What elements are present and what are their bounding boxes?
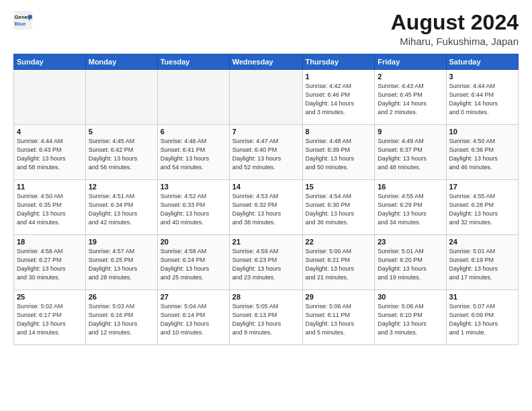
day-info: Sunrise: 4:58 AMSunset: 6:24 PMDaylight:… xyxy=(161,247,226,282)
calendar-table: Sunday Monday Tuesday Wednesday Thursday… xyxy=(13,54,519,345)
day-info: Sunrise: 5:06 AMSunset: 6:11 PMDaylight:… xyxy=(306,302,372,337)
day-number: 29 xyxy=(306,293,372,301)
table-row: 20Sunrise: 4:58 AMSunset: 6:24 PMDayligh… xyxy=(157,235,229,290)
day-number: 18 xyxy=(17,238,83,246)
table-row: 3Sunrise: 4:44 AMSunset: 6:44 PMDaylight… xyxy=(446,70,518,125)
header-monday: Monday xyxy=(85,54,157,70)
day-number: 1 xyxy=(306,73,372,81)
header-wednesday: Wednesday xyxy=(229,54,302,70)
day-info: Sunrise: 5:03 AMSunset: 6:16 PMDaylight:… xyxy=(89,302,154,337)
day-info: Sunrise: 4:57 AMSunset: 6:25 PMDaylight:… xyxy=(89,247,154,282)
day-info: Sunrise: 4:47 AMSunset: 6:40 PMDaylight:… xyxy=(232,137,300,172)
day-number: 15 xyxy=(306,183,372,191)
table-row xyxy=(157,70,229,125)
calendar-header-row: Sunday Monday Tuesday Wednesday Thursday… xyxy=(14,54,519,70)
day-info: Sunrise: 4:50 AMSunset: 6:35 PMDaylight:… xyxy=(17,192,83,227)
table-row: 1Sunrise: 4:42 AMSunset: 6:46 PMDaylight… xyxy=(302,70,375,125)
table-row: 28Sunrise: 5:05 AMSunset: 6:13 PMDayligh… xyxy=(229,290,302,345)
day-number: 6 xyxy=(161,128,226,136)
day-info: Sunrise: 4:53 AMSunset: 6:32 PMDaylight:… xyxy=(232,192,300,227)
day-number: 31 xyxy=(449,293,515,301)
day-number: 26 xyxy=(89,293,154,301)
table-row: 26Sunrise: 5:03 AMSunset: 6:16 PMDayligh… xyxy=(85,290,157,345)
day-info: Sunrise: 5:01 AMSunset: 6:19 PMDaylight:… xyxy=(449,247,515,282)
table-row: 4Sunrise: 4:44 AMSunset: 6:43 PMDaylight… xyxy=(14,125,86,180)
logo: General Blue xyxy=(13,11,32,30)
day-info: Sunrise: 4:59 AMSunset: 6:23 PMDaylight:… xyxy=(232,247,300,282)
table-row: 16Sunrise: 4:55 AMSunset: 6:29 PMDayligh… xyxy=(375,180,446,235)
day-info: Sunrise: 4:56 AMSunset: 6:27 PMDaylight:… xyxy=(17,247,83,282)
day-number: 21 xyxy=(232,238,300,246)
day-number: 27 xyxy=(161,293,226,301)
day-info: Sunrise: 5:05 AMSunset: 6:13 PMDaylight:… xyxy=(232,302,300,337)
table-row: 22Sunrise: 5:00 AMSunset: 6:21 PMDayligh… xyxy=(302,235,375,290)
table-row: 12Sunrise: 4:51 AMSunset: 6:34 PMDayligh… xyxy=(85,180,157,235)
week-row-3: 11Sunrise: 4:50 AMSunset: 6:35 PMDayligh… xyxy=(14,180,519,235)
table-row: 31Sunrise: 5:07 AMSunset: 6:09 PMDayligh… xyxy=(446,290,518,345)
day-info: Sunrise: 4:50 AMSunset: 6:36 PMDaylight:… xyxy=(449,137,515,172)
day-number: 20 xyxy=(161,238,226,246)
day-number: 10 xyxy=(449,128,515,136)
day-number: 25 xyxy=(17,293,83,301)
table-row xyxy=(229,70,302,125)
table-row xyxy=(85,70,157,125)
day-info: Sunrise: 4:52 AMSunset: 6:33 PMDaylight:… xyxy=(161,192,226,227)
day-info: Sunrise: 4:49 AMSunset: 6:37 PMDaylight:… xyxy=(378,137,443,172)
table-row: 24Sunrise: 5:01 AMSunset: 6:19 PMDayligh… xyxy=(446,235,518,290)
day-number: 11 xyxy=(17,183,83,191)
day-info: Sunrise: 5:00 AMSunset: 6:21 PMDaylight:… xyxy=(306,247,372,282)
table-row: 15Sunrise: 4:54 AMSunset: 6:30 PMDayligh… xyxy=(302,180,375,235)
day-number: 28 xyxy=(232,293,300,301)
table-row: 13Sunrise: 4:52 AMSunset: 6:33 PMDayligh… xyxy=(157,180,229,235)
day-info: Sunrise: 4:45 AMSunset: 6:42 PMDaylight:… xyxy=(89,137,154,172)
table-row: 14Sunrise: 4:53 AMSunset: 6:32 PMDayligh… xyxy=(229,180,302,235)
title-block: August 2024 Miharu, Fukushima, Japan xyxy=(391,11,519,47)
day-info: Sunrise: 4:55 AMSunset: 6:28 PMDaylight:… xyxy=(449,192,515,227)
day-info: Sunrise: 4:46 AMSunset: 6:41 PMDaylight:… xyxy=(161,137,226,172)
table-row: 11Sunrise: 4:50 AMSunset: 6:35 PMDayligh… xyxy=(14,180,86,235)
table-row: 2Sunrise: 4:43 AMSunset: 6:45 PMDaylight… xyxy=(375,70,446,125)
main-title: August 2024 xyxy=(391,11,519,34)
svg-text:Blue: Blue xyxy=(15,21,27,27)
table-row xyxy=(14,70,86,125)
table-row: 19Sunrise: 4:57 AMSunset: 6:25 PMDayligh… xyxy=(85,235,157,290)
day-number: 4 xyxy=(17,128,83,136)
week-row-5: 25Sunrise: 5:02 AMSunset: 6:17 PMDayligh… xyxy=(14,290,519,345)
day-info: Sunrise: 5:04 AMSunset: 6:14 PMDaylight:… xyxy=(161,302,226,337)
day-info: Sunrise: 4:55 AMSunset: 6:29 PMDaylight:… xyxy=(378,192,443,227)
day-number: 16 xyxy=(378,183,443,191)
header-saturday: Saturday xyxy=(446,54,518,70)
day-info: Sunrise: 4:43 AMSunset: 6:45 PMDaylight:… xyxy=(378,82,443,117)
day-number: 12 xyxy=(89,183,154,191)
header-sunday: Sunday xyxy=(14,54,86,70)
day-number: 14 xyxy=(232,183,300,191)
table-row: 25Sunrise: 5:02 AMSunset: 6:17 PMDayligh… xyxy=(14,290,86,345)
table-row: 8Sunrise: 4:48 AMSunset: 6:39 PMDaylight… xyxy=(302,125,375,180)
day-info: Sunrise: 4:44 AMSunset: 6:44 PMDaylight:… xyxy=(449,82,515,117)
subtitle: Miharu, Fukushima, Japan xyxy=(391,36,519,47)
day-number: 17 xyxy=(449,183,515,191)
day-number: 8 xyxy=(306,128,372,136)
day-info: Sunrise: 4:51 AMSunset: 6:34 PMDaylight:… xyxy=(89,192,154,227)
day-number: 23 xyxy=(378,238,443,246)
day-info: Sunrise: 5:02 AMSunset: 6:17 PMDaylight:… xyxy=(17,302,83,337)
day-number: 5 xyxy=(89,128,154,136)
table-row: 10Sunrise: 4:50 AMSunset: 6:36 PMDayligh… xyxy=(446,125,518,180)
header-thursday: Thursday xyxy=(302,54,375,70)
week-row-2: 4Sunrise: 4:44 AMSunset: 6:43 PMDaylight… xyxy=(14,125,519,180)
week-row-1: 1Sunrise: 4:42 AMSunset: 6:46 PMDaylight… xyxy=(14,70,519,125)
table-row: 27Sunrise: 5:04 AMSunset: 6:14 PMDayligh… xyxy=(157,290,229,345)
table-row: 6Sunrise: 4:46 AMSunset: 6:41 PMDaylight… xyxy=(157,125,229,180)
table-row: 21Sunrise: 4:59 AMSunset: 6:23 PMDayligh… xyxy=(229,235,302,290)
day-number: 24 xyxy=(449,238,515,246)
day-number: 13 xyxy=(161,183,226,191)
table-row: 29Sunrise: 5:06 AMSunset: 6:11 PMDayligh… xyxy=(302,290,375,345)
day-number: 7 xyxy=(232,128,300,136)
day-info: Sunrise: 4:54 AMSunset: 6:30 PMDaylight:… xyxy=(306,192,372,227)
day-number: 9 xyxy=(378,128,443,136)
day-info: Sunrise: 4:44 AMSunset: 6:43 PMDaylight:… xyxy=(17,137,83,172)
day-number: 22 xyxy=(306,238,372,246)
table-row: 30Sunrise: 5:06 AMSunset: 6:10 PMDayligh… xyxy=(375,290,446,345)
table-row: 17Sunrise: 4:55 AMSunset: 6:28 PMDayligh… xyxy=(446,180,518,235)
week-row-4: 18Sunrise: 4:56 AMSunset: 6:27 PMDayligh… xyxy=(14,235,519,290)
